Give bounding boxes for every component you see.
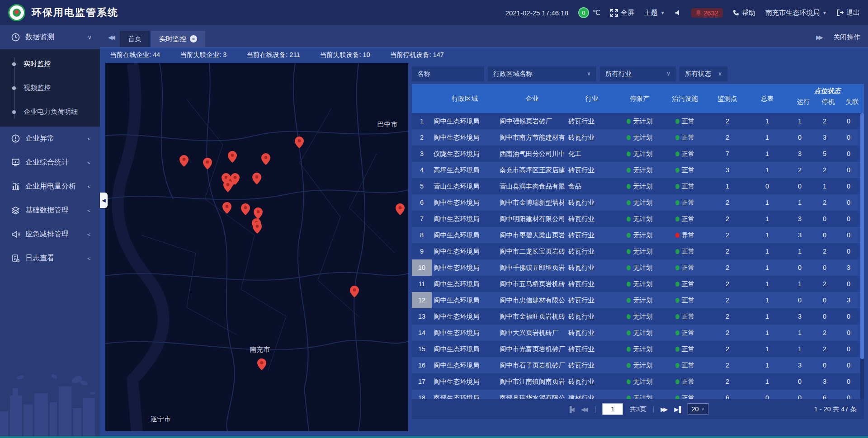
sidebar-item-6[interactable]: 应急减排管理＜ [0, 222, 100, 246]
page-number-input[interactable] [602, 403, 623, 415]
last-page-button[interactable]: ▶▐ [674, 406, 681, 413]
table-scrollbar[interactable] [860, 113, 864, 399]
sidebar-collapse-handle[interactable]: ◀ [100, 193, 108, 208]
cell-lost: 0 [837, 231, 860, 239]
name-filter-input[interactable] [412, 66, 484, 81]
column-header: 监测点 [708, 84, 747, 113]
map-pin-icon[interactable] [295, 137, 304, 148]
cell-lost: 0 [837, 150, 860, 157]
table-row[interactable]: 6阆中生态环境局阆中市金博瑞新型墙材砖瓦行业无计划正常21120 [412, 194, 864, 211]
cell-lost: 0 [837, 199, 860, 206]
first-page-button[interactable]: ▐◀ [567, 406, 574, 413]
table-row[interactable]: 8阆中生态环境局阆中市枣碧大梁山页岩砖瓦行业无计划异常21300 [412, 227, 864, 243]
sidebar-item-2[interactable]: 企业异常＜ [0, 127, 100, 151]
sidebar-item-4[interactable]: 企业用电量分析＜ [0, 174, 100, 198]
table-row[interactable]: 7阆中生态环境局阆中明阳建材有限公司砖瓦行业无计划正常21300 [412, 211, 864, 227]
cell-total-meters: 1 [747, 166, 787, 174]
table-row[interactable]: 9阆中生态环境局阆中市二龙长宝页岩砖砖瓦行业无计划正常21120 [412, 243, 864, 259]
table-row[interactable]: 12阆中生态环境局阆中市忠信建材有限公砖瓦行业无计划正常21003 [412, 292, 864, 308]
cell-facility-status: 正常 [662, 133, 708, 142]
column-group-point-status: 点位状态运行停机失联 [791, 84, 864, 113]
status-dot-icon [675, 314, 679, 319]
region-filter-select[interactable]: 行政区域名称 ∨ [488, 66, 596, 81]
sidebar-subitem[interactable]: 企业电力负荷明细 [0, 100, 100, 124]
cell-facility-status: 正常 [662, 329, 708, 337]
map-panel[interactable]: 巴中市南充市遂宁市 [105, 63, 408, 431]
tabs-scroll-right-icon[interactable]: ▶▶ [816, 34, 821, 41]
cell-industry: 砖瓦行业 [566, 377, 617, 386]
map-pin-icon[interactable] [252, 173, 261, 184]
tab-实时监控[interactable]: 实时监控✕ [151, 31, 205, 47]
sidebar-subitem[interactable]: 视频监控 [0, 76, 100, 100]
cell-region: 高坪生态环境局 [432, 166, 498, 174]
table-row[interactable]: 14阆中生态环境局阆中大兴页岩机砖厂砖瓦行业无计划正常21120 [412, 325, 864, 341]
tab-首页[interactable]: 首页 [120, 31, 150, 47]
map-pin-icon[interactable] [179, 155, 189, 167]
sound-button[interactable] [675, 9, 681, 16]
map-pin-icon[interactable] [254, 207, 263, 219]
next-page-button[interactable]: ▶▶ [660, 406, 668, 413]
cell-company: 阆中市南方节能建材有 [498, 133, 566, 142]
logout-button[interactable]: 退出 [837, 9, 860, 17]
status-filter-select[interactable]: 所有状态 ∨ [679, 66, 727, 81]
cell-company: 阆中市光富页岩机砖厂 [498, 345, 566, 353]
row-index: 13 [412, 313, 432, 320]
cell-total-meters: 1 [747, 231, 787, 239]
theme-dropdown[interactable]: 主题▼ [644, 9, 665, 17]
table-row[interactable]: 2阆中生态环境局阆中市南方节能建材有砖瓦行业无计划正常21030 [412, 129, 864, 146]
map-pin-icon[interactable] [350, 286, 359, 297]
table-row[interactable]: 3仪陇生态环境局西南油气田分公司川中化工无计划正常71350 [412, 146, 864, 162]
industry-filter-select[interactable]: 所有行业 ∨ [600, 66, 676, 81]
table-row[interactable]: 5营山生态环境局营山县润丰肉食品有限食品无计划正常10010 [412, 178, 864, 194]
map-pin-icon[interactable] [203, 158, 212, 170]
sidebar-item-1[interactable]: 数据监测∨ [0, 25, 100, 49]
chevron-left-icon: ＜ [86, 207, 92, 215]
close-operations-button[interactable]: 关闭操作 [833, 33, 860, 42]
status-dot-icon [627, 135, 631, 140]
cell-running: 1 [787, 118, 812, 125]
map-pin-icon[interactable] [241, 203, 250, 215]
table-row[interactable]: 16阆中生态环境局阆中市石子页岩机砖厂砖瓦行业无计划正常21300 [412, 357, 864, 373]
table-row[interactable]: 10阆中生态环境局阆中千佛镇五郎垭页岩砖瓦行业无计划正常21003 [412, 259, 864, 276]
status-dot-icon [627, 233, 631, 238]
cell-facility-status: 正常 [662, 117, 708, 126]
table-row[interactable]: 15阆中生态环境局阆中市光富页岩机砖厂砖瓦行业无计划正常21120 [412, 341, 864, 357]
map-pin-icon[interactable] [261, 153, 270, 165]
cell-industry: 食品 [566, 182, 617, 191]
tab-close-icon[interactable]: ✕ [190, 35, 197, 42]
speaker-icon [675, 9, 681, 16]
page-size-select[interactable]: 20 ˅ [688, 403, 708, 415]
cell-monitor-points: 2 [708, 345, 747, 353]
map-pin-icon[interactable] [257, 358, 266, 370]
table-row[interactable]: 1阆中生态环境局阆中强锐页岩砖厂砖瓦行业无计划正常21120 [412, 113, 864, 129]
cell-monitor-points: 2 [708, 297, 747, 304]
map-city-label: 遂宁市 [151, 415, 171, 424]
org-dropdown[interactable]: 南充市生态环境局▼ [765, 9, 827, 17]
table-row[interactable]: 11阆中生态环境局阆中市五马桥页岩机砖砖瓦行业无计划正常21120 [412, 276, 864, 292]
map-pin-icon[interactable] [222, 202, 231, 214]
sidebar-item-3[interactable]: 企业综合统计＜ [0, 151, 100, 174]
table-row[interactable]: 18南部生态环境局南部县瑞华水泥有限公建材行业无计划正常60060 [412, 390, 864, 399]
table-row[interactable]: 13阆中生态环境局阆中市金福旺页岩机砖砖瓦行业无计划正常21300 [412, 308, 864, 325]
cell-total-meters: 1 [747, 118, 787, 125]
table-row[interactable]: 17阆中生态环境局阆中市江南镇阆南页岩砖瓦行业无计划正常21030 [412, 373, 864, 390]
sidebar-subitem[interactable]: 实时监控 [0, 52, 100, 76]
tabs-scroll-left-icon[interactable]: ◀◀ [108, 34, 113, 41]
cell-lost: 0 [837, 378, 860, 385]
map-pin-icon[interactable] [253, 222, 262, 234]
status-dot-icon [675, 217, 679, 221]
table-row[interactable]: 4高坪生态环境局南充市高坪区王家店建砖瓦行业无计划正常31220 [412, 162, 864, 178]
help-button[interactable]: 帮助 [733, 9, 755, 17]
map-pin-icon[interactable] [396, 203, 405, 215]
prev-page-button[interactable]: ◀◀ [581, 406, 588, 413]
fullscreen-button[interactable]: 全屏 [610, 9, 634, 17]
sidebar-item-5[interactable]: 基础数据管理＜ [0, 198, 100, 222]
cell-total-meters: 1 [747, 280, 787, 287]
status-dot-icon [675, 184, 679, 189]
cell-stopped: 2 [812, 280, 837, 287]
notification-badge[interactable]: 2632 [691, 8, 723, 18]
map-pin-icon[interactable] [223, 180, 232, 192]
cell-total-meters: 1 [747, 134, 787, 141]
sidebar-item-7[interactable]: 日志查看＜ [0, 246, 100, 270]
map-pin-icon[interactable] [228, 151, 237, 163]
